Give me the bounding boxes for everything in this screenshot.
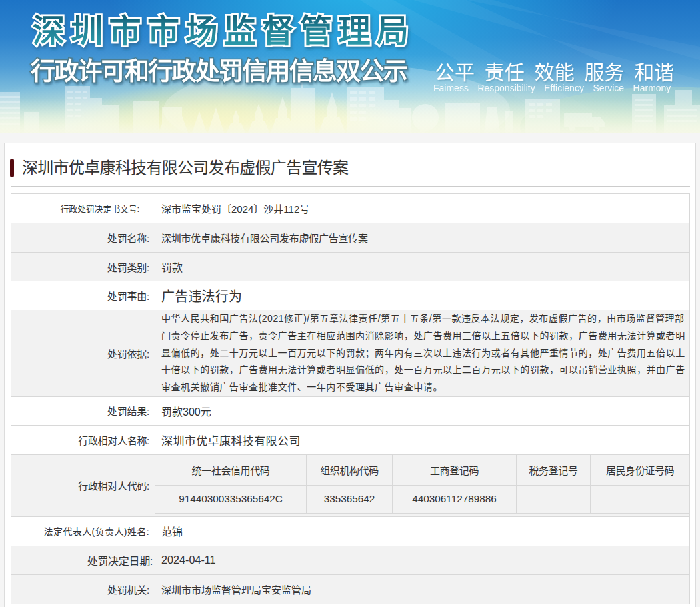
svg-text:Faimess Responsibility Efficie: Faimess Responsibility Efficiency Servic… [433,83,671,93]
svg-text:行政许可和行政处罚信用信息双公示: 行政许可和行政处罚信用信息双公示 [31,58,407,85]
svg-text:深圳市市场监督管理局: 深圳市市场监督管理局 [33,13,415,49]
svg-text:公平 责任 效能 服务 和谐: 公平 责任 效能 服务 和谐 [435,61,674,83]
